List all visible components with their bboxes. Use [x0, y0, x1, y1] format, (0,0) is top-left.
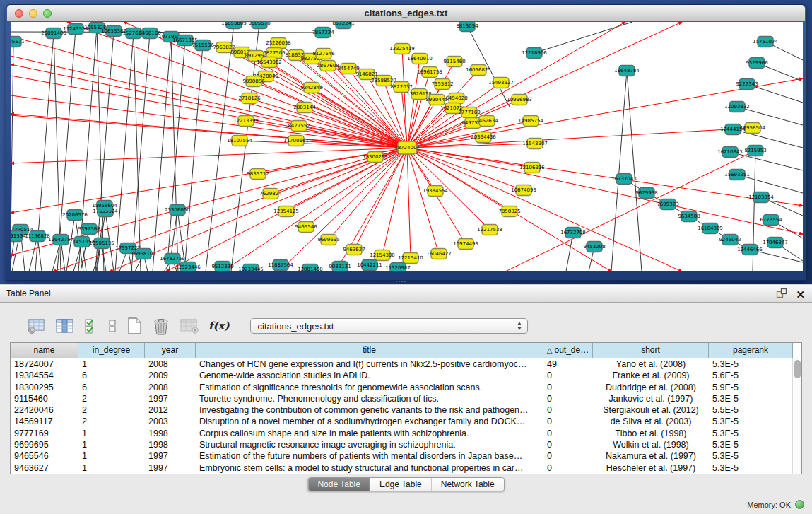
network-node[interactable]: 8813054 [456, 22, 478, 32]
table-row[interactable]: 2242004622012Investigating the contribut… [11, 404, 792, 416]
table-row[interactable]: 1456911722003Disruption of a novel membe… [11, 416, 792, 427]
network-node[interactable]: 12446466 [737, 245, 763, 255]
new-table-icon[interactable] [126, 317, 143, 335]
network-node[interactable]: 9405571 [11, 37, 25, 47]
network-node[interactable]: 16961758 [417, 67, 442, 78]
network-node[interactable]: 10974493 [453, 239, 478, 250]
network-window[interactable]: citations_edges.txt 79638228960128891295… [6, 4, 806, 281]
network-node[interactable]: 10442211 [357, 260, 382, 271]
memory-ok-indicator[interactable] [795, 500, 804, 509]
network-node[interactable]: 9227343 [736, 79, 758, 90]
network-node[interactable]: 17046347 [763, 238, 788, 248]
network-node[interactable]: 18300295 [363, 152, 388, 163]
network-node[interactable]: 9463627 [343, 245, 365, 255]
float-window-icon[interactable] [776, 288, 787, 301]
network-node[interactable]: 6466160 [139, 28, 160, 39]
network-node[interactable]: 16053809 [221, 22, 247, 29]
table-settings-icon[interactable] [27, 317, 46, 334]
network-node[interactable]: 12106316 [519, 163, 545, 173]
network-edge[interactable] [407, 148, 411, 258]
network-node[interactable]: 9777169 [458, 107, 480, 118]
network-edge[interactable] [627, 71, 642, 271]
network-node[interactable]: 16737043 [611, 174, 637, 185]
network-node[interactable]: 8822037 [390, 82, 412, 93]
network-node[interactable]: 16648784 [614, 66, 640, 76]
split-pane-handle[interactable] [396, 279, 406, 284]
network-edge[interactable] [131, 33, 150, 271]
network-node[interactable]: 6494028 [445, 93, 467, 104]
network-node[interactable]: 16210643 [717, 147, 743, 158]
show-columns-icon[interactable] [55, 318, 74, 334]
select-columns-icon[interactable] [83, 318, 99, 334]
network-node[interactable]: 9397588 [78, 224, 100, 235]
network-node[interactable]: 16056825 [466, 65, 491, 76]
network-node[interactable]: 9242848 [300, 83, 322, 93]
tab-edge-table[interactable]: Edge Table [370, 478, 432, 491]
vertical-scrollbar[interactable] [792, 358, 801, 474]
network-edge[interactable] [171, 37, 178, 271]
network-node[interactable]: 9453208 [583, 242, 605, 252]
network-node[interactable]: 8572241 [332, 22, 354, 29]
table-row[interactable]: 1872400712008Changes of HCN gene express… [11, 358, 792, 370]
network-node[interactable]: 6773554 [760, 215, 782, 226]
network-node[interactable]: 12354125 [273, 206, 299, 217]
network-node[interactable]: 9605570 [248, 22, 270, 29]
network-node[interactable]: 20206576 [62, 210, 88, 221]
table-row[interactable]: 1830029562008Estimation of significance … [11, 382, 792, 393]
network-node[interactable]: 9033121 [329, 262, 351, 272]
network-node[interactable]: 15493927 [488, 78, 514, 88]
network-edge[interactable] [402, 49, 407, 148]
table-row[interactable]: 911546021997Tourette syndrome. Phenomeno… [11, 393, 792, 404]
network-view-canvas[interactable]: 7963822896012889129542322605898275058186… [11, 22, 803, 271]
table-row[interactable]: 946554611997Estimation of the future num… [11, 450, 792, 462]
column-header-out_degree[interactable]: △out_de… [543, 343, 593, 358]
table-selector-dropdown[interactable]: citations_edges.txt [250, 318, 528, 334]
network-node[interactable]: 9699695 [317, 235, 339, 245]
network-node[interactable]: 9890856 [242, 76, 265, 87]
delete-table-icon[interactable] [180, 317, 199, 334]
close-window-button[interactable] [15, 9, 23, 18]
column-header-year[interactable]: year [145, 343, 196, 358]
network-node[interactable]: 9329966 [746, 58, 768, 69]
network-edge[interactable] [115, 33, 134, 271]
network-node[interactable]: 12325419 [389, 44, 415, 54]
window-titlebar[interactable]: citations_edges.txt [7, 5, 805, 21]
network-node[interactable]: 16164309 [698, 223, 723, 234]
network-edge[interactable] [407, 100, 437, 148]
network-edge[interactable] [153, 37, 171, 271]
delete-attributes-icon[interactable] [152, 317, 170, 335]
network-node[interactable]: 8990445 [425, 95, 447, 105]
minimize-window-button[interactable] [29, 9, 37, 18]
network-node[interactable]: 18724007 [394, 141, 420, 154]
network-node[interactable]: 19384554 [423, 186, 448, 197]
network-node[interactable]: 9634508 [678, 211, 700, 222]
network-node[interactable]: 7462634 [476, 116, 498, 127]
table-row[interactable]: 946362711997Embryonic stem cells: a mode… [11, 462, 792, 474]
close-panel-icon[interactable]: ✕ [796, 289, 805, 300]
network-node[interactable]: 12217538 [477, 225, 502, 235]
row-height-icon[interactable] [108, 318, 117, 334]
network-edge[interactable] [167, 40, 185, 271]
network-node[interactable]: 12001458 [298, 264, 323, 272]
network-node[interactable]: 7955812 [431, 79, 453, 90]
network-node[interactable]: 2867608 [317, 61, 339, 71]
network-node[interactable]: 9245042 [719, 235, 741, 245]
network-node[interactable]: 8215953 [744, 146, 766, 156]
network-node[interactable]: 8427552 [288, 121, 310, 132]
function-builder-icon[interactable]: f(x) [208, 320, 230, 332]
network-edge[interactable] [134, 33, 141, 271]
network-node[interactable]: 12215410 [398, 253, 423, 264]
network-node[interactable]: 7857224 [312, 28, 334, 38]
network-node[interactable]: 7699323 [657, 199, 678, 210]
scrollbar-thumb[interactable] [794, 360, 801, 378]
network-node[interactable]: 12154390 [370, 250, 395, 261]
network-edge[interactable] [407, 128, 753, 148]
network-edge[interactable] [67, 22, 407, 148]
network-edge[interactable] [407, 148, 803, 234]
network-edge[interactable] [407, 94, 419, 148]
network-node[interactable]: 8127546 [312, 49, 335, 59]
network-node[interactable]: 9835712 [247, 169, 269, 180]
network-edge[interactable] [611, 71, 627, 271]
tab-network-table[interactable]: Network Table [432, 478, 504, 491]
column-header-pagerank[interactable]: pagerank [709, 343, 793, 358]
